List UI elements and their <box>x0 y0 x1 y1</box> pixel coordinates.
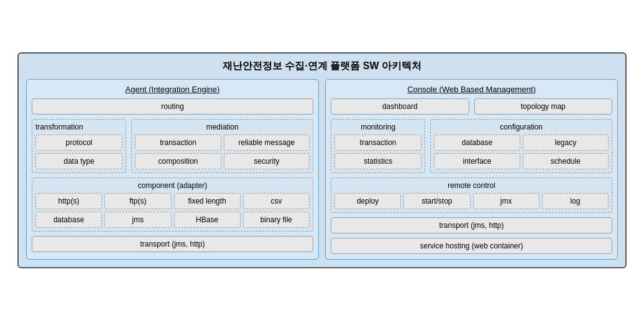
jms-adapter-box: jms <box>104 212 171 228</box>
start-stop-box: start/stop <box>403 193 470 209</box>
remote-control-title: remote control <box>334 181 609 190</box>
remote-control-block: remote control deploy start/stop jmx log <box>331 177 612 213</box>
mediation-block: mediation transaction reliable message c… <box>131 119 313 173</box>
component-title: component (adapter) <box>35 181 310 190</box>
mediation-grid: transaction reliable message composition… <box>135 134 310 169</box>
statistics-box: statistics <box>334 153 421 169</box>
component-block: component (adapter) http(s) ftp(s) fixed… <box>32 177 313 232</box>
security-box: security <box>224 153 310 169</box>
component-grid-row1: http(s) ftp(s) fixed length csv <box>35 193 310 209</box>
jmx-box: jmx <box>473 193 540 209</box>
remote-grid: deploy start/stop jmx log <box>334 193 609 209</box>
hbase-box: HBase <box>174 212 241 228</box>
architecture-diagram: 재난안전정보 수집·연계 플랫폼 SW 아키텍처 Agent (Integrat… <box>17 52 627 268</box>
database-adapter-box: database <box>35 212 102 228</box>
main-columns: Agent (Integration Engine) routing trans… <box>26 79 618 260</box>
ftps-box: ftp(s) <box>104 193 171 209</box>
console-column: Console (Web Based Management) dashboard… <box>325 79 618 260</box>
reliable-message-box: reliable message <box>224 134 310 151</box>
console-title: Console (Web Based Management) <box>331 85 612 94</box>
conf-database-box: database <box>434 134 520 151</box>
monitoring-items: transaction statistics <box>334 134 421 169</box>
configuration-block: configuration database legacy interface … <box>430 119 612 173</box>
monitoring-configuration-row: monitoring transaction statistics config… <box>331 119 612 173</box>
mediation-title: mediation <box>135 123 310 131</box>
data-type-box: data type <box>35 153 122 169</box>
fixed-length-box: fixed length <box>174 193 241 209</box>
monitoring-title: monitoring <box>334 123 421 131</box>
routing-box: routing <box>32 98 313 115</box>
transformation-mediation-row: transformation protocol data type mediat… <box>32 119 313 173</box>
binary-file-box: binary file <box>243 212 310 228</box>
configuration-grid: database legacy interface schedule <box>434 134 609 169</box>
component-grid-row2: database jms HBase binary file <box>35 212 310 228</box>
log-box: log <box>542 193 609 209</box>
transformation-items: protocol data type <box>35 134 122 169</box>
topology-map-box: topology map <box>474 98 613 115</box>
transaction-box: transaction <box>135 134 221 151</box>
configuration-title: configuration <box>434 123 609 131</box>
https-box: http(s) <box>35 193 102 209</box>
protocol-box: protocol <box>35 134 122 151</box>
agent-transport-box: transport (jms, http) <box>32 236 313 252</box>
agent-title: Agent (Integration Engine) <box>32 85 313 94</box>
service-hosting-box: service hosting (web container) <box>331 238 612 254</box>
deploy-box: deploy <box>334 193 401 209</box>
composition-box: composition <box>135 153 221 169</box>
agent-column: Agent (Integration Engine) routing trans… <box>26 79 319 260</box>
dashboard-box: dashboard <box>331 98 469 115</box>
console-transport-box: transport (jms, http) <box>331 217 612 233</box>
main-title: 재난안전정보 수집·연계 플랫폼 SW 아키텍처 <box>26 60 618 73</box>
mon-transaction-box: transaction <box>334 134 421 151</box>
routing-row: routing <box>32 98 313 115</box>
csv-box: csv <box>243 193 310 209</box>
dashboard-topology-row: dashboard topology map <box>331 98 612 115</box>
interface-box: interface <box>434 153 520 169</box>
schedule-box: schedule <box>523 153 609 169</box>
monitoring-block: monitoring transaction statistics <box>331 119 425 173</box>
legacy-box: legacy <box>523 134 609 151</box>
transformation-block: transformation protocol data type <box>32 119 126 173</box>
transformation-title: transformation <box>35 123 122 131</box>
